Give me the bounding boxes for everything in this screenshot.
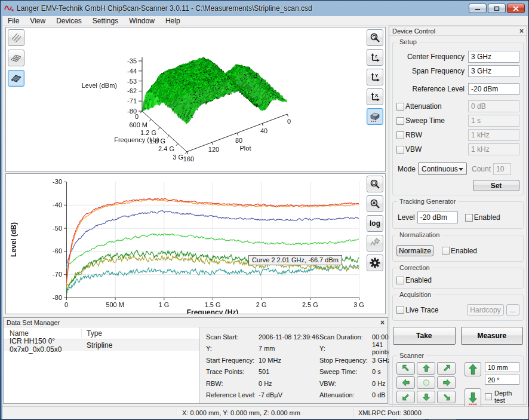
live-trace-checkbox[interactable] <box>396 306 404 314</box>
sweep-time-label: Sweep Time <box>404 117 468 125</box>
data-set-manager-panel: Data Set Manager × Name Type ICR HH150 0… <box>3 317 388 404</box>
magnifier-rotate-icon <box>370 32 380 43</box>
view-3d-button[interactable] <box>367 108 383 125</box>
rbw-checkbox[interactable] <box>396 131 404 139</box>
reference-level-field[interactable] <box>468 83 519 95</box>
set-button[interactable]: Set <box>473 180 519 191</box>
arrow-z-up-icon <box>469 363 477 376</box>
attenuation-checkbox[interactable] <box>396 103 404 111</box>
menu-view[interactable]: View <box>24 17 51 25</box>
dataset-type: Stripline <box>82 341 112 350</box>
scanner-down-right-button[interactable] <box>437 391 456 403</box>
svg-text:Y: Y <box>375 73 379 78</box>
tracking-generator-group: Tracking Generator Level Enabled <box>392 201 524 229</box>
data-set-table[interactable]: Name Type ICR HH150 0° 0x7x0_0x0.05x0 St… <box>4 327 200 403</box>
view-axis-z-button[interactable]: z <box>367 49 383 66</box>
close-icon[interactable]: × <box>380 320 385 326</box>
angle-step-field[interactable] <box>485 375 519 385</box>
normalization-enabled-checkbox[interactable] <box>442 247 450 255</box>
reference-level-label: Reference Level <box>396 85 468 93</box>
zoom3d-button[interactable] <box>367 29 383 46</box>
view-axis-y-button[interactable]: Y <box>367 69 383 85</box>
step-size-field[interactable] <box>485 362 519 372</box>
gear-icon <box>369 257 381 269</box>
scanner-z-up-button[interactable] <box>465 362 481 376</box>
data-set-manager-title: Data Set Manager <box>7 319 60 326</box>
span-frequency-field[interactable] <box>468 65 519 77</box>
plot-settings-button[interactable] <box>367 255 383 271</box>
vbw-checkbox[interactable] <box>396 146 404 154</box>
status-xmlrpc: XMLRPC Port: 30000 <box>353 407 528 419</box>
svg-text:z: z <box>375 53 377 59</box>
depth-test-checkbox[interactable] <box>485 393 492 400</box>
log-scale-button[interactable]: log <box>367 215 383 232</box>
scanner-z-down-button[interactable] <box>465 388 481 409</box>
menu-bar: File View Devices Settings Window Help <box>2 16 528 26</box>
axis-z-icon: z <box>370 53 380 63</box>
scanner-down-button[interactable] <box>417 391 435 403</box>
menu-file[interactable]: File <box>2 17 24 25</box>
zoom-reset-button[interactable] <box>367 195 383 212</box>
close-button[interactable] <box>507 4 525 13</box>
menu-devices[interactable]: Devices <box>51 17 87 25</box>
minimize-button[interactable] <box>469 4 487 13</box>
tg-enabled-label: Enabled <box>473 213 503 222</box>
menu-settings[interactable]: Settings <box>87 17 124 25</box>
status-position: X: 0.000 mm, Y: 0.000 mm, Z: 0.000 mm <box>177 407 353 419</box>
info-label: VBW: <box>319 380 372 387</box>
info-value: 2006-11-08 12:39:46 <box>259 333 319 341</box>
zoom-box-button[interactable] <box>367 176 383 192</box>
surface-wireframe-view-button[interactable] <box>8 29 24 46</box>
scanner-right-button[interactable] <box>437 376 456 389</box>
menu-help[interactable]: Help <box>160 17 186 25</box>
mesh-icon <box>10 52 22 64</box>
plot2d-canvas[interactable] <box>6 174 385 314</box>
sweep-time-checkbox[interactable] <box>396 117 404 125</box>
plot3d-canvas[interactable] <box>6 27 385 171</box>
menu-window[interactable]: Window <box>124 17 160 25</box>
arrow-left-icon <box>401 378 411 387</box>
view-axis-x-button[interactable]: X <box>367 88 383 105</box>
scanner-up-button[interactable] <box>417 362 435 375</box>
column-type[interactable]: Type <box>82 329 102 338</box>
tg-level-field[interactable] <box>417 211 458 223</box>
table-row[interactable]: ICR HH150 0° 0x7x0_0x0.05x0 Stripline <box>4 339 199 351</box>
magnifier-box-icon <box>370 179 380 189</box>
surface-mesh-view-button[interactable] <box>8 50 24 66</box>
arrow-up-left-icon <box>401 364 411 373</box>
correction-group: Correction Enabled <box>392 268 524 289</box>
surface-solid-view-button[interactable] <box>8 70 24 87</box>
column-name[interactable]: Name <box>4 329 82 338</box>
mode-select[interactable]: Continuous <box>418 163 467 175</box>
trace-eraser-icon <box>370 238 380 249</box>
depth-test-label: Depth test <box>494 390 519 404</box>
normalize-button[interactable]: Normalize <box>396 245 433 256</box>
info-value: 10 MHz <box>259 357 319 364</box>
center-frequency-field[interactable] <box>468 51 519 63</box>
scanner-home-button[interactable] <box>417 376 435 389</box>
close-icon[interactable]: × <box>519 28 524 34</box>
scanner-left-button[interactable] <box>396 376 415 389</box>
plot2d-panel: Curve 2 2.01 GHz, -66.7 dBm log <box>5 173 386 314</box>
magnifier-x-icon <box>370 198 380 209</box>
tg-enabled-checkbox[interactable] <box>465 214 473 222</box>
scanner-down-left-button[interactable] <box>396 391 415 403</box>
info-label: Start Frequency: <box>206 357 259 364</box>
device-control-panel: Device Control × Setup Center Frequency … <box>389 26 527 404</box>
normalization-group: Normalization Normalize Enabled <box>392 235 524 262</box>
attenuation-label: Attenuation <box>404 102 468 111</box>
restore-button[interactable] <box>488 4 506 13</box>
live-trace-label: Live Trace <box>404 306 467 314</box>
scanner-up-left-button[interactable] <box>396 362 415 375</box>
correction-enabled-checkbox[interactable] <box>396 277 404 284</box>
acquisition-group: Acquisition Live Trace Hardcopy ... <box>392 295 524 321</box>
clear-trace-button[interactable] <box>367 235 383 252</box>
wireframe-icon <box>10 32 22 44</box>
mode-label: Mode <box>396 165 418 173</box>
info-label: Y: <box>206 345 259 352</box>
info-value: 0 Hz <box>259 380 319 387</box>
take-button[interactable]: Take <box>393 327 456 345</box>
info-value: 501 <box>259 368 319 375</box>
scanner-up-right-button[interactable] <box>437 362 456 375</box>
measure-button[interactable]: Measure <box>461 327 524 345</box>
